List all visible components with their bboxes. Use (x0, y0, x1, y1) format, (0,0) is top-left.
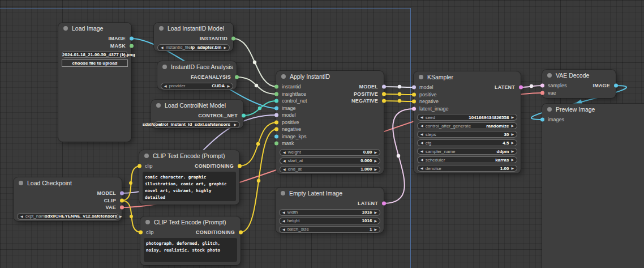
stepper-left-icon[interactable]: ◀ (420, 124, 423, 127)
node-header[interactable]: Load InstantID Model (154, 23, 233, 33)
collapse-dot[interactable] (281, 74, 286, 79)
choose-file-button[interactable]: choose file to upload (62, 59, 128, 67)
output-dot-instantid[interactable] (231, 37, 235, 41)
stepper-right-icon[interactable]: ▶ (511, 133, 514, 136)
stepper-right-icon[interactable]: ▶ (511, 167, 514, 170)
cfg-widget[interactable]: ◀ cfg 4.5 ▶ (417, 139, 517, 146)
stepper-right-icon[interactable]: ▶ (122, 53, 124, 56)
node-header[interactable]: CLIP Text Encode (Prompt) (139, 150, 239, 161)
output-dot-faceanalysis[interactable] (235, 75, 239, 79)
instantid-file-combo[interactable]: ◀ instantid_file ip_adapter.bin ▶ (157, 44, 230, 51)
stepper-left-icon[interactable]: ◀ (420, 158, 423, 161)
stepper-left-icon[interactable]: ◀ (283, 168, 286, 171)
provider-combo[interactable]: ◀ provider CUDA ▶ (161, 83, 233, 90)
node-load-controlnet-model[interactable]: Load ControlNet Model CONTROL_NET ◀ sdxl… (151, 100, 243, 128)
collapse-dot[interactable] (63, 26, 68, 31)
node-graph-canvas[interactable]: Load Image IMAGE MASK 2024-01-18_21-00-5… (0, 0, 644, 268)
node-clip-text-encode-positive[interactable]: CLIP Text Encode (Prompt) clip CONDITION… (139, 150, 239, 205)
node-instantid-face-analysis[interactable]: InstantID Face Analysis FACEANALYSIS ◀ p… (157, 61, 237, 90)
seed-widget[interactable]: ◀ seed 1041669434826558 ▶ (417, 114, 517, 121)
collapse-dot[interactable] (547, 107, 552, 112)
input-dot-insightface[interactable] (274, 92, 278, 96)
stepper-left-icon[interactable]: ◀ (282, 211, 285, 214)
collapse-dot[interactable] (156, 103, 161, 108)
input-dot-samples[interactable] (540, 84, 544, 88)
output-dot-mask[interactable] (130, 44, 134, 48)
node-load-checkpoint[interactable]: Load Checkpoint MODEL CLIP VAE ◀ ckpt_na… (14, 177, 122, 221)
stepper-left-icon[interactable]: ◀ (420, 116, 423, 119)
output-dot-positive[interactable] (382, 92, 386, 96)
denoise-widget[interactable]: ◀ denoise 1.00 ▶ (417, 165, 517, 172)
node-header[interactable]: VAE Decode (542, 70, 616, 80)
node-header[interactable]: Apply InstantID (276, 71, 384, 82)
output-dot-model[interactable] (120, 192, 124, 195)
node-header[interactable]: Preview Image (542, 104, 644, 114)
ckpt-name-combo[interactable]: ◀ ckpt_nam sdxl/CHEYENNE_v12.safetensors… (17, 213, 118, 220)
stepper-right-icon[interactable]: ▶ (374, 219, 377, 223)
stepper-left-icon[interactable]: ◀ (282, 228, 285, 231)
control-after-generate-widget[interactable]: ◀ control_after_generate randomize ▶ (417, 122, 517, 129)
output-dot-model[interactable] (382, 85, 386, 89)
input-dot-image-kps[interactable] (274, 134, 278, 138)
input-dot-vae[interactable] (540, 91, 544, 95)
stepper-right-icon[interactable]: ▶ (374, 159, 377, 163)
input-dot-model[interactable] (412, 86, 416, 90)
steps-widget[interactable]: ◀ steps 30 ▶ (417, 131, 517, 138)
collapse-dot[interactable] (419, 75, 423, 79)
stepper-left-icon[interactable]: ◀ (420, 167, 423, 170)
output-dot-control-net[interactable] (242, 114, 246, 118)
input-dot-positive[interactable] (274, 120, 278, 124)
stepper-left-icon[interactable]: ◀ (420, 133, 423, 136)
node-header[interactable]: Load Checkpoint (14, 177, 122, 188)
output-dot-image[interactable] (614, 84, 618, 88)
node-header[interactable]: Empty Latent Image (276, 188, 384, 198)
stepper-left-icon[interactable]: ◀ (161, 46, 164, 49)
output-dot-conditioning[interactable] (239, 231, 243, 235)
node-clip-text-encode-negative[interactable]: CLIP Text Encode (Prompt) clip CONDITION… (140, 216, 241, 265)
collapse-dot[interactable] (144, 154, 149, 158)
stepper-right-icon[interactable]: ▶ (224, 46, 226, 49)
input-dot-mask[interactable] (274, 142, 278, 146)
collapse-dot[interactable] (145, 220, 150, 224)
input-dot-instantid[interactable] (274, 85, 278, 89)
start-at-widget[interactable]: ◀ start_at 0.000 ▶ (280, 158, 380, 164)
sampler-name-widget[interactable]: ◀ sampler_name ddpm ▶ (417, 148, 517, 155)
height-widget[interactable]: ◀ height 1016 ▶ (279, 218, 380, 224)
input-dot-control-net[interactable] (274, 99, 278, 103)
node-load-image[interactable]: Load Image IMAGE MASK 2024-01-18_21-00-5… (58, 23, 131, 142)
stepper-right-icon[interactable]: ▶ (511, 141, 514, 144)
input-dot-negative[interactable] (274, 127, 278, 131)
input-dot-images[interactable] (540, 118, 544, 122)
stepper-left-icon[interactable]: ◀ (164, 84, 167, 88)
end-at-widget[interactable]: ◀ end_at 1.000 ▶ (280, 166, 380, 173)
output-dot-negative[interactable] (382, 99, 386, 103)
stepper-right-icon[interactable]: ▶ (511, 116, 514, 119)
output-dot-clip[interactable] (120, 198, 124, 202)
stepper-right-icon[interactable]: ▶ (119, 215, 122, 218)
collapse-dot[interactable] (159, 26, 164, 31)
stepper-left-icon[interactable]: ◀ (420, 141, 423, 144)
width-widget[interactable]: ◀ width 1016 ▶ (279, 209, 380, 216)
output-dot-latent[interactable] (519, 86, 523, 90)
stepper-left-icon[interactable]: ◀ (283, 159, 286, 163)
input-dot-image[interactable] (274, 106, 278, 110)
stepper-right-icon[interactable]: ▶ (234, 123, 237, 126)
collapse-dot[interactable] (19, 181, 23, 185)
image-file-combo[interactable]: 2024-01-18_21-00-50_4377 (1).png ▶ (62, 51, 128, 58)
weight-widget[interactable]: ◀ weight 0.80 ▶ (280, 149, 380, 156)
collapse-dot[interactable] (162, 65, 167, 69)
stepper-right-icon[interactable]: ▶ (511, 124, 514, 127)
input-dot-model[interactable] (274, 113, 278, 117)
stepper-right-icon[interactable]: ▶ (374, 211, 377, 214)
output-dot-latent[interactable] (382, 202, 386, 206)
collapse-dot[interactable] (281, 191, 285, 195)
input-dot-clip[interactable] (138, 164, 141, 168)
prompt-textarea[interactable]: photograph, deformed, glitch, noisy, rea… (144, 238, 237, 262)
node-header[interactable]: KSampler (414, 71, 521, 82)
input-dot-latent-image[interactable] (412, 107, 416, 110)
controlnet-file-combo[interactable]: ◀ sdxl/control_instant_id_sdxl.safetenso… (154, 121, 240, 128)
batch-size-widget[interactable]: ◀ batch_size 1 ▶ (279, 226, 380, 233)
stepper-left-icon[interactable]: ◀ (420, 150, 423, 153)
input-dot-positive[interactable] (412, 92, 416, 96)
node-empty-latent-image[interactable]: Empty Latent Image LATENT ◀ width 1016 ▶… (276, 188, 384, 233)
